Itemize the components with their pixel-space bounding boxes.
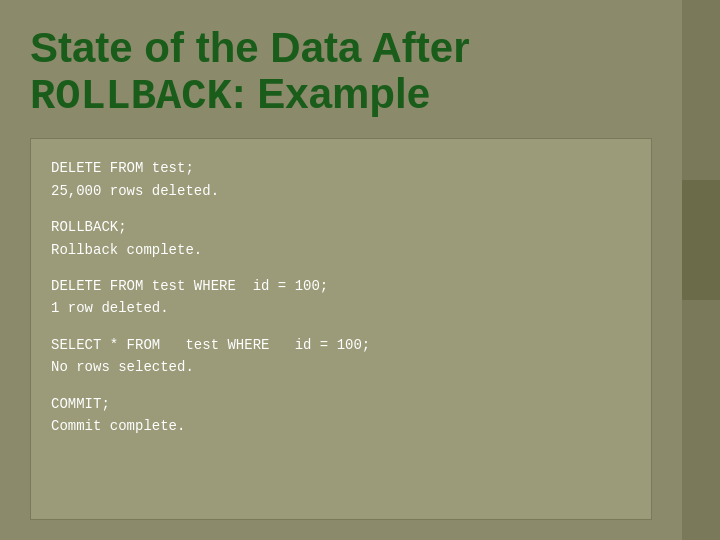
code-line: DELETE FROM test WHERE id = 100;: [51, 275, 631, 297]
code-section: ROLLBACK;Rollback complete.: [51, 216, 631, 261]
code-line: Commit complete.: [51, 415, 631, 437]
title-suffix: : Example: [232, 70, 430, 117]
title-line1: State of the Data After: [30, 25, 690, 71]
code-line: SELECT * FROM test WHERE id = 100;: [51, 334, 631, 356]
code-line: DELETE FROM test;: [51, 157, 631, 179]
code-line: 1 row deleted.: [51, 297, 631, 319]
page-container: State of the Data After ROLLBACK: Exampl…: [0, 0, 720, 540]
title-line2: ROLLBACK: Example: [30, 71, 690, 120]
right-sidebar: [682, 0, 720, 540]
code-line: No rows selected.: [51, 356, 631, 378]
title-rollback: ROLLBACK: [30, 73, 232, 121]
code-line: 25,000 rows deleted.: [51, 180, 631, 202]
code-line: ROLLBACK;: [51, 216, 631, 238]
right-sidebar-accent: [682, 180, 720, 300]
code-section: COMMIT;Commit complete.: [51, 393, 631, 438]
code-section: SELECT * FROM test WHERE id = 100;No row…: [51, 334, 631, 379]
code-line: Rollback complete.: [51, 239, 631, 261]
code-section: DELETE FROM test;25,000 rows deleted.: [51, 157, 631, 202]
code-line: COMMIT;: [51, 393, 631, 415]
code-box: DELETE FROM test;25,000 rows deleted.ROL…: [30, 138, 652, 520]
title-block: State of the Data After ROLLBACK: Exampl…: [30, 25, 690, 120]
code-section: DELETE FROM test WHERE id = 100;1 row de…: [51, 275, 631, 320]
